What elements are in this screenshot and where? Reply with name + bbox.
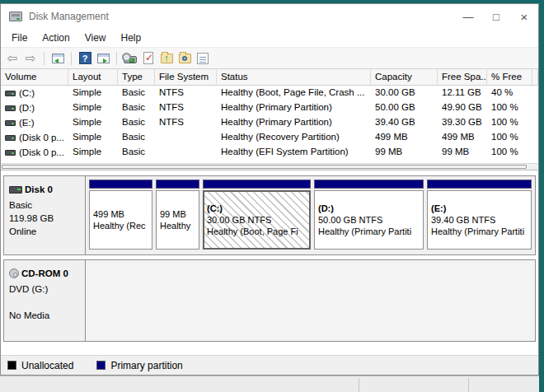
volume-row-d[interactable]: (D:) Simple Basic NTFS Healthy (Primary … bbox=[1, 100, 538, 115]
disk-management-window: Disk Management — □ × File Action View H… bbox=[0, 3, 539, 376]
volume-list-header: Volume Layout Type File System Status Ca… bbox=[1, 69, 538, 86]
disk-icon bbox=[9, 186, 22, 194]
status-separator bbox=[468, 378, 469, 392]
folder-magnifier-icon bbox=[179, 54, 191, 63]
action-pane-icon bbox=[97, 54, 110, 63]
partition-color-bar bbox=[203, 180, 311, 189]
disk-0-name: Disk 0 bbox=[25, 183, 53, 196]
forward-arrow-icon: ⇨ bbox=[26, 52, 36, 64]
col-pct-free[interactable]: % Free bbox=[487, 69, 532, 86]
unallocated-swatch bbox=[7, 361, 16, 370]
col-volume[interactable]: Volume bbox=[1, 69, 68, 86]
volume-drive-icon bbox=[5, 105, 16, 111]
drive-magnifier-icon bbox=[124, 56, 137, 63]
window-title: Disk Management bbox=[29, 11, 109, 22]
col-stub bbox=[532, 69, 538, 86]
legend-unallocated-label: Unallocated bbox=[21, 360, 73, 371]
volume-list: Volume Layout Type File System Status Ca… bbox=[1, 69, 538, 163]
cdrom-empty-area[interactable] bbox=[86, 260, 535, 341]
partition-e[interactable]: (E:) 39.40 GB NTFS Healthy (Primary Part… bbox=[427, 180, 532, 250]
volume-drive-icon bbox=[5, 91, 16, 96]
volume-drive-icon bbox=[5, 120, 16, 126]
back-arrow-icon: ⇦ bbox=[7, 52, 18, 64]
menu-view[interactable]: View bbox=[77, 30, 114, 46]
cdrom-0-drive: DVD (G:) bbox=[9, 282, 80, 296]
disk-0-row: Disk 0 Basic 119.98 GB Online 499 MB Hea… bbox=[3, 175, 536, 255]
partition-d[interactable]: (D:) 50.00 GB NTFS Healthy (Primary Part… bbox=[314, 180, 424, 250]
horizontal-scrollbar[interactable] bbox=[1, 163, 538, 170]
partition-color-bar bbox=[314, 180, 424, 189]
disk-0-status: Online bbox=[9, 225, 80, 238]
cdrom-0-media: No Media bbox=[9, 309, 80, 322]
partition-efi[interactable]: 99 MB Healthy bbox=[156, 180, 199, 250]
partition-c[interactable]: (C:) 30.00 GB NTFS Healthy (Boot, Page F… bbox=[203, 180, 311, 250]
scrollbar-thumb[interactable] bbox=[2, 165, 527, 169]
folder-up-button[interactable]: ↑ bbox=[158, 50, 175, 67]
disk-0-info-panel[interactable]: Disk 0 Basic 119.98 GB Online bbox=[4, 176, 86, 254]
cdrom-0-row: CD-ROM 0 DVD (G:) No Media bbox=[3, 259, 536, 342]
partition-recovery[interactable]: 499 MB Healthy (Rec bbox=[89, 180, 152, 250]
status-separator bbox=[359, 378, 359, 392]
desktop-background-right bbox=[539, 0, 544, 392]
col-status[interactable]: Status bbox=[217, 69, 371, 86]
show-console-tree-button[interactable] bbox=[49, 50, 66, 67]
minimize-button[interactable]: — bbox=[454, 4, 482, 29]
toolbar: ⇦ ⇨ ? ✓ ↑ bbox=[1, 48, 538, 69]
col-type[interactable]: Type bbox=[118, 69, 155, 86]
help-button[interactable]: ? bbox=[77, 50, 93, 67]
maximize-button[interactable]: □ bbox=[482, 4, 510, 29]
volume-row-c[interactable]: (C:) Simple Basic NTFS Healthy (Boot, Pa… bbox=[1, 86, 538, 100]
menu-action[interactable]: Action bbox=[35, 30, 77, 46]
background-window-strip bbox=[0, 376, 539, 392]
cdrom-0-info-panel[interactable]: CD-ROM 0 DVD (G:) No Media bbox=[4, 260, 86, 341]
folder-up-arrow-icon: ↑ bbox=[161, 54, 173, 63]
toolbar-separator bbox=[44, 52, 45, 65]
checkmark-document-icon: ✓ bbox=[143, 52, 153, 64]
close-button[interactable]: × bbox=[510, 4, 538, 29]
menu-help[interactable]: Help bbox=[114, 30, 149, 46]
partition-color-bar bbox=[156, 180, 199, 189]
disk-graphic-view: Disk 0 Basic 119.98 GB Online 499 MB Hea… bbox=[1, 170, 538, 355]
cd-icon bbox=[9, 268, 19, 278]
cdrom-0-name: CD-ROM 0 bbox=[21, 267, 68, 280]
volume-drive-icon bbox=[5, 135, 16, 141]
legend-primary-label: Primary partition bbox=[110, 360, 182, 371]
properties-list-button[interactable] bbox=[195, 50, 211, 67]
show-action-pane-button[interactable] bbox=[95, 50, 111, 67]
disk-drive-app-icon bbox=[9, 12, 22, 21]
toolbar-separator bbox=[71, 52, 72, 65]
volume-row-e[interactable]: (E:) Simple Basic NTFS Healthy (Primary … bbox=[1, 115, 538, 130]
volume-drive-icon bbox=[5, 150, 16, 156]
primary-partition-swatch bbox=[96, 361, 106, 370]
help-question-icon: ? bbox=[79, 52, 91, 64]
volume-row-efi[interactable]: (Disk 0 p... Simple Basic Healthy (EFI S… bbox=[1, 145, 538, 160]
col-layout[interactable]: Layout bbox=[68, 69, 118, 86]
partition-color-bar bbox=[89, 180, 152, 189]
back-button[interactable]: ⇦ bbox=[4, 50, 21, 67]
volume-row-recovery[interactable]: (Disk 0 p... Simple Basic Healthy (Recov… bbox=[1, 130, 538, 145]
disk-0-size: 119.98 GB bbox=[9, 212, 80, 225]
toolbar-separator bbox=[116, 52, 117, 65]
menu-file[interactable]: File bbox=[4, 30, 35, 46]
console-tree-icon bbox=[52, 54, 64, 63]
title-bar[interactable]: Disk Management — □ × bbox=[1, 4, 538, 29]
folder-search-button[interactable] bbox=[176, 50, 193, 67]
disk-0-partitions: 499 MB Healthy (Rec 99 MB Healthy (C:) bbox=[86, 176, 535, 254]
menu-bar: File Action View Help bbox=[1, 29, 538, 48]
partition-color-bar bbox=[427, 180, 532, 189]
col-free-space[interactable]: Free Spa... bbox=[438, 69, 487, 86]
legend-bar: Unallocated Primary partition bbox=[1, 355, 538, 375]
rescan-disks-button[interactable] bbox=[122, 50, 138, 67]
disk-0-type: Basic bbox=[9, 198, 80, 212]
forward-button[interactable]: ⇨ bbox=[22, 50, 39, 67]
col-file-system[interactable]: File System bbox=[155, 69, 217, 86]
properties-list-icon bbox=[197, 53, 209, 64]
col-capacity[interactable]: Capacity bbox=[371, 69, 438, 86]
check-document-button[interactable]: ✓ bbox=[140, 50, 157, 67]
